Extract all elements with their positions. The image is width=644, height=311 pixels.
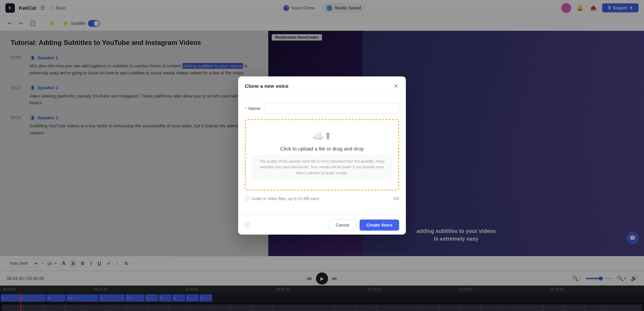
file-count: 0/5 xyxy=(393,196,399,201)
upload-hint: The quality of the sample voice file is … xyxy=(252,156,392,179)
name-label: * Name: xyxy=(245,106,261,111)
modal-buttons: Cancel Create Voice xyxy=(329,220,399,231)
modal-title: Clone a new voice xyxy=(245,83,288,89)
modal-info-icon[interactable]: ⓘ xyxy=(245,222,250,229)
upload-text: Click to upload a file or drag and drop xyxy=(252,146,392,151)
file-info: ⓘ Audio or video files, up to 10 MB each xyxy=(245,196,319,202)
modal-overlay[interactable]: Clone a new voice ✕ * Name: ☁️⬆ Click to… xyxy=(0,0,644,311)
modal-close-button[interactable]: ✕ xyxy=(393,82,399,90)
cancel-button[interactable]: Cancel xyxy=(329,220,356,231)
modal-footer-info: ⓘ Audio or video files, up to 10 MB each… xyxy=(245,196,399,202)
modal-body: * Name: ☁️⬆ Click to upload a file or dr… xyxy=(238,96,406,215)
name-form-row: * Name: xyxy=(245,103,399,114)
create-voice-button[interactable]: Create Voice xyxy=(360,220,399,231)
info-icon: ⓘ xyxy=(245,196,250,202)
upload-area[interactable]: ☁️⬆ Click to upload a file or drag and d… xyxy=(245,119,399,191)
modal-actions: ⓘ Cancel Create Voice xyxy=(238,215,406,235)
file-info-label: Audio or video files, up to 10 MB each xyxy=(252,196,319,201)
name-input[interactable] xyxy=(265,103,399,114)
required-star: * xyxy=(245,106,247,111)
modal-header: Clone a new voice ✕ xyxy=(238,76,406,96)
upload-cloud-icon: ☁️⬆ xyxy=(252,131,392,142)
clone-voice-modal: Clone a new voice ✕ * Name: ☁️⬆ Click to… xyxy=(238,76,406,235)
